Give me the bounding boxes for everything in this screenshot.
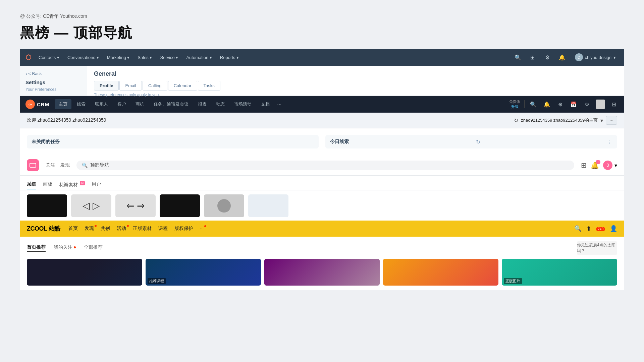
hs-tab-calling[interactable]: Calling (143, 81, 167, 90)
zcool-nav-assets[interactable]: 正版素材 (133, 226, 152, 232)
hs-settings-sidebar: ‹ < Back Settings Your Preferences (20, 66, 87, 96)
bili-user-area[interactable]: B ▾ (603, 161, 617, 170)
zcool-sub-tabs: 首页推荐 我的关注 全部推荐 你见过凌晨4点的太阳吗？ (27, 241, 617, 255)
welcome-label: 欢迎 zhao921254359 zhao921254359 (27, 117, 106, 123)
homepage-dropdown-icon[interactable]: ▾ (600, 117, 603, 124)
crm-nav-home[interactable]: 主页 (55, 99, 71, 109)
thumb-4 (160, 194, 200, 217)
crm-logo-area: ∞ CRM (25, 100, 49, 109)
zcool-upload-icon[interactable]: ⬆ (586, 225, 591, 232)
zcool-nav-activity[interactable]: 活动 (117, 226, 126, 232)
crm-nav-customers[interactable]: 客户 (113, 99, 130, 109)
crm-nav-items: 主页 线索 联系人 客户 商机 任务、通话及会议 报表 动态 市场活动 文档 ·… (55, 99, 509, 109)
hs-grid-icon[interactable]: ⊞ (528, 53, 537, 62)
zcool-discover-dot (95, 225, 97, 227)
crm-bell-icon[interactable]: 🔔 (542, 100, 551, 109)
bili-search-area[interactable]: 🔍 (76, 161, 574, 170)
crm-divider (524, 100, 525, 108)
zcool-user-icon[interactable]: 👤 (610, 225, 617, 232)
hubspot-nav-right: 🔍 ⊞ ⚙ 🔔 C chiyuu design ▾ (513, 52, 619, 63)
zcool-count-area[interactable]: 740 (596, 225, 605, 232)
bili-tab-follow[interactable]: 关注 (46, 161, 55, 170)
bili-tab-discover[interactable]: 发现 (60, 161, 70, 170)
zcool-nav-home[interactable]: 首页 (68, 226, 78, 232)
thumbnails-area: ◁ ▷ ⇐ ⇒ (20, 190, 624, 221)
refresh-icon[interactable]: ↻ (514, 117, 518, 124)
zcool-nav-courses[interactable]: 课程 (158, 226, 168, 232)
page-meta: @ 公众号: CE青年 Youthce.com (20, 13, 624, 19)
hs-nav-reports[interactable]: Reports ▾ (217, 53, 242, 62)
hs-general-title: General (94, 70, 617, 77)
leads-refresh-icon[interactable]: ↻ (476, 139, 480, 145)
hs-nav-service[interactable]: Service ▾ (157, 53, 181, 62)
zcool-thumb-2: 推荐课程 (146, 259, 261, 286)
homepage-link[interactable]: zhao921254359 zhao921254359的主页 (521, 117, 598, 123)
crm-nav-activity[interactable]: 动态 (212, 99, 229, 109)
zcool-content: 首页推荐 我的关注 全部推荐 你见过凌晨4点的太阳吗？ 推荐课程 正版图片 (20, 237, 624, 290)
zcool-nav-discover[interactable]: 发现 (85, 226, 94, 232)
hs-nav-marketing[interactable]: Marketing ▾ (104, 53, 133, 62)
leads-more-icon[interactable]: ⋮ (607, 139, 612, 145)
bili-tab-collection[interactable]: 采集 (27, 179, 36, 189)
hs-user-button[interactable]: C chiyuu design ▾ (572, 52, 619, 63)
crm-nav-leads[interactable]: 线索 (73, 99, 90, 109)
crm-nav-more[interactable]: ··· (275, 99, 283, 109)
crm-nav-tasks[interactable]: 任务、通话及会议 (150, 99, 193, 109)
crm-grid-icon[interactable]: ⊞ (609, 100, 619, 109)
hs-settings-title: Settings (25, 79, 82, 85)
bili-grid-icon[interactable]: ⊞ (581, 161, 587, 169)
bilibili-logo (27, 159, 39, 171)
hs-nav-sales[interactable]: Sales ▾ (134, 53, 155, 62)
hs-search-icon[interactable]: 🔍 (513, 53, 523, 62)
crm-nav: ∞ CRM 主页 线索 联系人 客户 商机 任务、通话及会议 报表 动态 市场活… (20, 96, 624, 113)
crm-nav-contacts[interactable]: 联系人 (91, 99, 112, 109)
crm-upgrade-button[interactable]: 免费版 升级 (509, 99, 520, 109)
zcool-more-dot (204, 225, 206, 227)
bili-notification-icon[interactable]: 🔔 ! (591, 161, 599, 169)
bili-right-icons: ⊞ 🔔 ! B ▾ (581, 161, 617, 170)
zcool-search-icon[interactable]: 🔍 (574, 225, 582, 232)
crm-user-avatar[interactable] (596, 100, 605, 109)
unclosed-tasks-title: 未关闭的任务 (32, 139, 60, 145)
hs-nav-contacts[interactable]: Contacts ▾ (35, 53, 63, 62)
hs-back-button[interactable]: ‹ < Back (25, 71, 82, 76)
bili-tab-user[interactable]: 用户 (92, 179, 101, 189)
zcool-cool-button[interactable]: 你见过凌晨4点的太阳吗？ (577, 241, 617, 255)
crm-nav-reports[interactable]: 报表 (194, 99, 211, 109)
hs-settings-icon[interactable]: ⚙ (543, 53, 552, 62)
zcool-tab-all-rec[interactable]: 全部推荐 (84, 244, 103, 252)
zcool-activity-dot (127, 225, 129, 227)
crm-logo-text: CRM (37, 102, 49, 107)
zcool-right: 🔍 ⬆ 740 👤 (574, 225, 617, 232)
zcool-nav-more[interactable]: ··· (200, 226, 204, 231)
bili-notification-badge: ! (596, 160, 600, 164)
zcool-tab-home-rec[interactable]: 首页推荐 (27, 244, 46, 252)
hs-user-dropdown-icon: ▾ (613, 55, 616, 60)
crm-settings-icon[interactable]: ⚙ (582, 100, 592, 109)
hs-tab-profile[interactable]: Profile (94, 81, 119, 90)
hubspot-logo-icon: ⬡ (25, 53, 31, 61)
crm-calendar-icon[interactable]: 📅 (569, 100, 578, 109)
crm-nav-docs[interactable]: 文档 (257, 99, 274, 109)
crm-nav-campaigns[interactable]: 市场活动 (230, 99, 256, 109)
crm-add-icon[interactable]: ⊕ (555, 100, 565, 109)
zcool-tab-my-follow[interactable]: 我的关注 (54, 244, 76, 252)
zcool-logo: ZCOOL 站酷 (27, 225, 60, 233)
crm-search-icon[interactable]: 🔍 (529, 100, 538, 109)
bili-tab-board[interactable]: 画板 (43, 179, 52, 189)
crm-nav-opportunities[interactable]: 商机 (131, 99, 148, 109)
hs-back-icon: ‹ (25, 71, 27, 76)
zcool-nav-cocreate[interactable]: 共创 (101, 226, 110, 232)
zcool-nav-copyright[interactable]: 版权保护 (174, 226, 193, 232)
hs-nav-automation[interactable]: Automation ▾ (183, 53, 215, 62)
bili-user-avatar: B (603, 161, 612, 170)
hs-nav-conversations[interactable]: Conversations ▾ (64, 53, 102, 62)
crm-logo-icon: ∞ (25, 100, 35, 109)
hs-bell-icon[interactable]: 🔔 (557, 53, 567, 62)
welcome-more-button[interactable]: ··· (606, 116, 617, 125)
bili-tab-material[interactable]: 花瓣素材 N (59, 179, 85, 190)
hs-tab-tasks[interactable]: Tasks (198, 81, 220, 90)
bili-search-input[interactable] (90, 163, 569, 168)
hs-tab-calendar[interactable]: Calendar (168, 81, 197, 90)
hs-tab-email[interactable]: Email (119, 81, 142, 90)
